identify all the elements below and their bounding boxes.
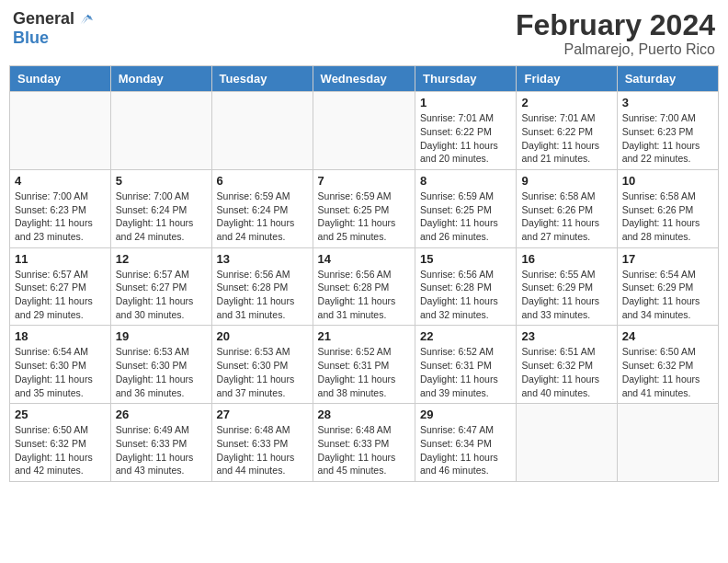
logo: General Blue bbox=[13, 9, 93, 48]
calendar-cell: 25Sunrise: 6:50 AM Sunset: 6:32 PM Dayli… bbox=[10, 404, 111, 482]
calendar-cell: 16Sunrise: 6:55 AM Sunset: 6:29 PM Dayli… bbox=[517, 247, 617, 326]
day-info: Sunrise: 6:52 AM Sunset: 6:31 PM Dayligh… bbox=[420, 345, 511, 399]
day-number: 27 bbox=[217, 408, 308, 421]
day-info: Sunrise: 6:59 AM Sunset: 6:25 PM Dayligh… bbox=[420, 190, 511, 244]
day-number: 11 bbox=[15, 252, 106, 266]
calendar-cell: 4Sunrise: 7:00 AM Sunset: 6:23 PM Daylig… bbox=[10, 169, 111, 247]
calendar-cell: 1Sunrise: 7:01 AM Sunset: 6:22 PM Daylig… bbox=[415, 92, 517, 170]
day-info: Sunrise: 6:56 AM Sunset: 6:28 PM Dayligh… bbox=[318, 268, 410, 322]
day-info: Sunrise: 6:53 AM Sunset: 6:30 PM Dayligh… bbox=[217, 345, 308, 399]
day-info: Sunrise: 6:55 AM Sunset: 6:29 PM Dayligh… bbox=[521, 268, 611, 322]
day-number: 15 bbox=[420, 252, 511, 266]
calendar-cell bbox=[211, 92, 313, 170]
calendar-cell: 13Sunrise: 6:56 AM Sunset: 6:28 PM Dayli… bbox=[211, 247, 313, 326]
day-number: 21 bbox=[318, 329, 410, 343]
calendar-cell: 23Sunrise: 6:51 AM Sunset: 6:32 PM Dayli… bbox=[517, 326, 617, 404]
day-header-wednesday: Wednesday bbox=[313, 66, 415, 92]
calendar-cell bbox=[110, 92, 211, 170]
calendar-cell bbox=[313, 92, 415, 170]
day-number: 9 bbox=[521, 174, 611, 188]
day-info: Sunrise: 6:57 AM Sunset: 6:27 PM Dayligh… bbox=[116, 268, 207, 322]
day-number: 13 bbox=[217, 252, 308, 266]
day-number: 14 bbox=[318, 252, 410, 266]
day-info: Sunrise: 6:52 AM Sunset: 6:31 PM Dayligh… bbox=[318, 345, 410, 399]
calendar-cell: 7Sunrise: 6:59 AM Sunset: 6:25 PM Daylig… bbox=[313, 169, 415, 247]
header: General Blue February 2024 Palmarejo, Pu… bbox=[9, 9, 719, 58]
day-info: Sunrise: 6:51 AM Sunset: 6:32 PM Dayligh… bbox=[521, 345, 611, 399]
calendar-cell: 19Sunrise: 6:53 AM Sunset: 6:30 PM Dayli… bbox=[110, 326, 211, 404]
day-number: 19 bbox=[116, 329, 207, 343]
calendar-cell: 17Sunrise: 6:54 AM Sunset: 6:29 PM Dayli… bbox=[617, 247, 718, 326]
day-number: 12 bbox=[116, 252, 207, 266]
day-info: Sunrise: 6:50 AM Sunset: 6:32 PM Dayligh… bbox=[15, 423, 106, 477]
week-row-4: 18Sunrise: 6:54 AM Sunset: 6:30 PM Dayli… bbox=[10, 326, 719, 404]
day-number: 17 bbox=[622, 252, 713, 266]
day-number: 25 bbox=[15, 408, 106, 421]
day-number: 28 bbox=[318, 408, 410, 421]
day-info: Sunrise: 6:48 AM Sunset: 6:33 PM Dayligh… bbox=[217, 423, 308, 477]
day-info: Sunrise: 7:01 AM Sunset: 6:22 PM Dayligh… bbox=[521, 111, 611, 166]
day-number: 3 bbox=[622, 96, 713, 109]
calendar-cell bbox=[617, 404, 718, 482]
calendar-cell: 2Sunrise: 7:01 AM Sunset: 6:22 PM Daylig… bbox=[517, 92, 617, 170]
calendar-cell: 18Sunrise: 6:54 AM Sunset: 6:30 PM Dayli… bbox=[10, 326, 111, 404]
week-row-1: 1Sunrise: 7:01 AM Sunset: 6:22 PM Daylig… bbox=[10, 92, 719, 170]
calendar-cell: 26Sunrise: 6:49 AM Sunset: 6:33 PM Dayli… bbox=[110, 404, 211, 482]
calendar-cell: 29Sunrise: 6:47 AM Sunset: 6:34 PM Dayli… bbox=[415, 404, 517, 482]
day-number: 23 bbox=[521, 329, 611, 343]
day-header-monday: Monday bbox=[110, 66, 211, 92]
calendar-cell: 24Sunrise: 6:50 AM Sunset: 6:32 PM Dayli… bbox=[617, 326, 718, 404]
day-number: 2 bbox=[521, 96, 611, 109]
day-info: Sunrise: 6:56 AM Sunset: 6:28 PM Dayligh… bbox=[217, 268, 308, 322]
day-info: Sunrise: 6:59 AM Sunset: 6:24 PM Dayligh… bbox=[217, 190, 308, 244]
logo-blue-text: Blue bbox=[13, 29, 49, 47]
day-number: 20 bbox=[217, 329, 308, 343]
day-number: 29 bbox=[420, 408, 511, 421]
title-area: February 2024 Palmarejo, Puerto Rico bbox=[516, 9, 715, 58]
calendar-cell: 14Sunrise: 6:56 AM Sunset: 6:28 PM Dayli… bbox=[313, 247, 415, 326]
day-info: Sunrise: 6:58 AM Sunset: 6:26 PM Dayligh… bbox=[622, 190, 713, 244]
calendar-cell: 12Sunrise: 6:57 AM Sunset: 6:27 PM Dayli… bbox=[110, 247, 211, 326]
day-info: Sunrise: 7:01 AM Sunset: 6:22 PM Dayligh… bbox=[420, 111, 511, 166]
day-number: 10 bbox=[622, 174, 713, 188]
calendar-cell bbox=[10, 92, 111, 170]
day-number: 6 bbox=[217, 174, 308, 188]
days-header-row: SundayMondayTuesdayWednesdayThursdayFrid… bbox=[10, 66, 719, 92]
calendar-cell: 11Sunrise: 6:57 AM Sunset: 6:27 PM Dayli… bbox=[10, 247, 111, 326]
calendar-cell: 28Sunrise: 6:48 AM Sunset: 6:33 PM Dayli… bbox=[313, 404, 415, 482]
calendar-cell: 27Sunrise: 6:48 AM Sunset: 6:33 PM Dayli… bbox=[211, 404, 313, 482]
day-number: 26 bbox=[116, 408, 207, 421]
calendar-cell: 21Sunrise: 6:52 AM Sunset: 6:31 PM Dayli… bbox=[313, 326, 415, 404]
day-info: Sunrise: 6:57 AM Sunset: 6:27 PM Dayligh… bbox=[15, 268, 106, 322]
day-info: Sunrise: 7:00 AM Sunset: 6:24 PM Dayligh… bbox=[116, 190, 207, 244]
day-number: 16 bbox=[521, 252, 611, 266]
day-number: 18 bbox=[15, 329, 106, 343]
day-info: Sunrise: 6:48 AM Sunset: 6:33 PM Dayligh… bbox=[318, 423, 410, 477]
day-number: 8 bbox=[420, 174, 511, 188]
day-header-thursday: Thursday bbox=[415, 66, 517, 92]
calendar-cell: 8Sunrise: 6:59 AM Sunset: 6:25 PM Daylig… bbox=[415, 169, 517, 247]
day-info: Sunrise: 6:58 AM Sunset: 6:26 PM Dayligh… bbox=[521, 190, 611, 244]
week-row-3: 11Sunrise: 6:57 AM Sunset: 6:27 PM Dayli… bbox=[10, 247, 719, 326]
week-row-5: 25Sunrise: 6:50 AM Sunset: 6:32 PM Dayli… bbox=[10, 404, 719, 482]
calendar-cell bbox=[517, 404, 617, 482]
calendar-cell: 10Sunrise: 6:58 AM Sunset: 6:26 PM Dayli… bbox=[617, 169, 718, 247]
logo-bird-icon bbox=[74, 10, 93, 29]
day-header-sunday: Sunday bbox=[10, 66, 111, 92]
day-info: Sunrise: 6:54 AM Sunset: 6:30 PM Dayligh… bbox=[15, 345, 106, 399]
day-info: Sunrise: 7:00 AM Sunset: 6:23 PM Dayligh… bbox=[15, 190, 106, 244]
day-number: 7 bbox=[318, 174, 410, 188]
week-row-2: 4Sunrise: 7:00 AM Sunset: 6:23 PM Daylig… bbox=[10, 169, 719, 247]
day-info: Sunrise: 6:54 AM Sunset: 6:29 PM Dayligh… bbox=[622, 268, 713, 322]
day-header-saturday: Saturday bbox=[617, 66, 718, 92]
calendar-cell: 15Sunrise: 6:56 AM Sunset: 6:28 PM Dayli… bbox=[415, 247, 517, 326]
calendar-cell: 22Sunrise: 6:52 AM Sunset: 6:31 PM Dayli… bbox=[415, 326, 517, 404]
calendar-subtitle: Palmarejo, Puerto Rico bbox=[516, 41, 715, 58]
calendar-cell: 6Sunrise: 6:59 AM Sunset: 6:24 PM Daylig… bbox=[211, 169, 313, 247]
day-number: 5 bbox=[116, 174, 207, 188]
calendar-cell: 20Sunrise: 6:53 AM Sunset: 6:30 PM Dayli… bbox=[211, 326, 313, 404]
calendar-cell: 5Sunrise: 7:00 AM Sunset: 6:24 PM Daylig… bbox=[110, 169, 211, 247]
day-info: Sunrise: 6:53 AM Sunset: 6:30 PM Dayligh… bbox=[116, 345, 207, 399]
day-info: Sunrise: 7:00 AM Sunset: 6:23 PM Dayligh… bbox=[622, 111, 713, 166]
day-header-friday: Friday bbox=[517, 66, 617, 92]
